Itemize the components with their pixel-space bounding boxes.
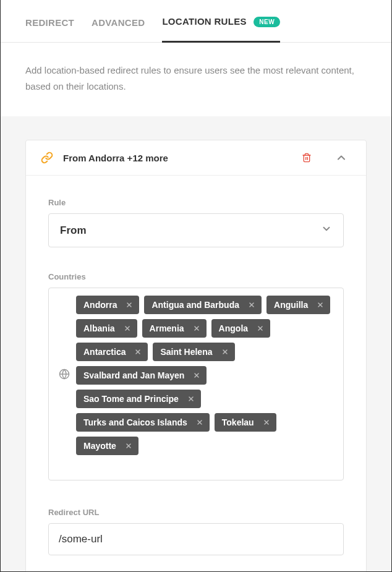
country-tag: Tokelau	[215, 413, 276, 432]
close-icon	[187, 395, 195, 403]
country-tag: Albania	[76, 319, 137, 338]
tab-bar: REDIRECT ADVANCED LOCATION RULES NEW	[1, 2, 391, 43]
close-icon	[196, 419, 203, 426]
close-icon	[126, 301, 133, 309]
close-icon	[317, 301, 324, 309]
country-tag-label: Albania	[83, 323, 115, 333]
country-tag-label: Armenia	[150, 323, 184, 333]
tab-label: LOCATION RULES	[162, 16, 246, 27]
country-tag: Antigua and Barbuda	[144, 296, 262, 314]
country-tag-label: Antarctica	[83, 347, 126, 357]
redirect-label: Redirect URL	[48, 508, 344, 517]
close-icon	[257, 325, 264, 332]
close-icon	[125, 442, 132, 450]
globe-icon	[59, 369, 70, 382]
country-tag: Armenia	[142, 319, 207, 338]
country-tag: Mayotte	[76, 437, 138, 455]
country-tag-label: Turks and Caicos Islands	[83, 417, 187, 427]
country-tag: Anguilla	[266, 296, 330, 314]
country-tag: Saint Helena	[153, 343, 234, 361]
countries-input[interactable]: AndorraAntigua and BarbudaAnguillaAlbani…	[48, 288, 344, 480]
country-tag: Angola	[211, 319, 270, 338]
countries-label: Countries	[48, 272, 344, 281]
remove-country-button[interactable]	[123, 300, 135, 310]
country-tag-label: Tokelau	[222, 417, 254, 427]
close-icon	[263, 419, 270, 426]
chevron-down-icon	[321, 223, 332, 237]
close-icon	[221, 348, 229, 356]
rule-select-value: From	[60, 224, 87, 237]
country-tag: Turks and Caicos Islands	[76, 413, 210, 432]
remove-country-button[interactable]	[122, 441, 135, 451]
tab-location-rules[interactable]: LOCATION RULES NEW	[162, 16, 280, 43]
country-tag-label: Mayotte	[83, 441, 116, 451]
redirect-url-input[interactable]	[48, 523, 344, 555]
remove-country-button[interactable]	[254, 323, 266, 333]
tab-advanced[interactable]: ADVANCED	[92, 17, 145, 41]
tab-redirect[interactable]: REDIRECT	[25, 17, 74, 41]
country-tag: Andorra	[76, 296, 139, 314]
rules-area: From Andorra +12 more Rule From Countrie…	[1, 116, 391, 572]
tags-container: AndorraAntigua and BarbudaAnguillaAlbani…	[76, 296, 336, 472]
remove-country-button[interactable]	[132, 347, 144, 357]
close-icon	[124, 325, 131, 332]
delete-button[interactable]	[302, 152, 312, 163]
rule-card: From Andorra +12 more Rule From Countrie…	[25, 140, 367, 572]
card-header: From Andorra +12 more	[26, 140, 366, 176]
close-icon	[193, 372, 200, 379]
country-tag-label: Saint Helena	[160, 347, 212, 357]
remove-country-button[interactable]	[194, 417, 206, 427]
country-tag: Svalbard and Jan Mayen	[76, 366, 207, 385]
remove-country-button[interactable]	[185, 394, 197, 404]
collapse-button[interactable]	[335, 152, 347, 164]
page-description: Add location-based redirect rules to ens…	[1, 43, 391, 116]
country-tag-label: Angola	[219, 323, 248, 333]
new-badge: NEW	[254, 17, 280, 27]
rule-label: Rule	[48, 198, 344, 207]
card-body: Rule From Countries AndorraAntigua and B…	[26, 176, 366, 572]
country-tag-label: Svalbard and Jan Mayen	[83, 370, 184, 380]
country-tag-label: Anguilla	[274, 300, 308, 310]
remove-country-button[interactable]	[260, 417, 273, 427]
country-tag: Antarctica	[76, 343, 148, 361]
country-tag-label: Sao Tome and Principe	[83, 394, 179, 404]
close-icon	[134, 348, 142, 356]
chevron-up-icon	[335, 152, 347, 164]
remove-country-button[interactable]	[190, 323, 203, 333]
remove-country-button[interactable]	[245, 300, 258, 310]
trash-icon	[302, 152, 312, 163]
card-title: From Andorra +12 more	[63, 153, 302, 163]
remove-country-button[interactable]	[121, 323, 134, 333]
country-tag: Sao Tome and Principe	[76, 390, 201, 408]
close-icon	[248, 301, 255, 309]
close-icon	[193, 325, 200, 332]
link-icon	[41, 152, 53, 164]
remove-country-button[interactable]	[190, 370, 203, 380]
remove-country-button[interactable]	[314, 300, 326, 310]
remove-country-button[interactable]	[219, 347, 231, 357]
country-tag-label: Andorra	[83, 300, 117, 310]
country-tag-label: Antigua and Barbuda	[151, 300, 239, 310]
rule-select[interactable]: From	[48, 213, 344, 247]
